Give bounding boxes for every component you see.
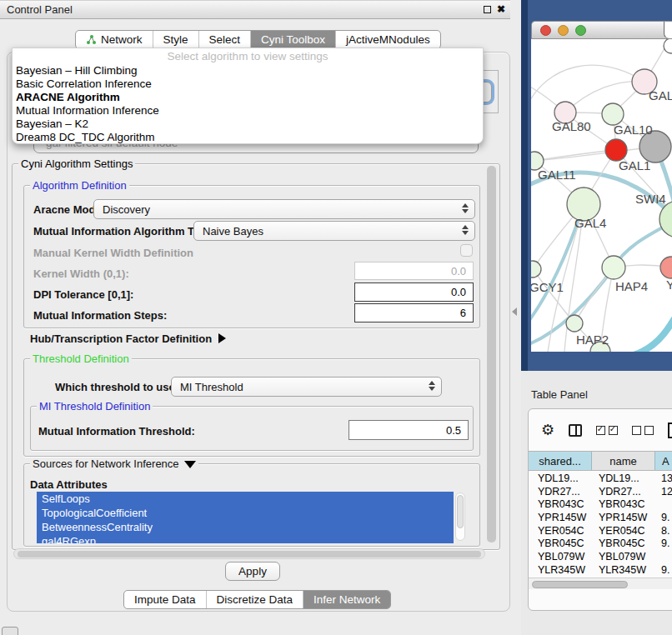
data-attribute-item[interactable]: SelfLoops <box>37 492 454 506</box>
which-threshold-combo[interactable]: MI Threshold <box>171 377 442 397</box>
mi-type-label: Mutual Information Algorithm Type: <box>33 225 216 238</box>
network-canvas[interactable]: GALGAL80GAL10GAL1GAL11GAL4SWI4GCY1HAP4YH… <box>531 39 672 352</box>
table-horizontal-scrollbar[interactable] <box>529 578 672 589</box>
tab-network[interactable]: Network <box>76 31 153 48</box>
close-icon[interactable]: ✖ <box>497 4 505 14</box>
table-cell: 8. <box>655 525 672 537</box>
tab-discretize-data[interactable]: Discretize Data <box>206 591 303 608</box>
hub-definition-label: Hub/Transcription Factor Definition <box>30 332 212 345</box>
table-row[interactable]: YER054CYER054C8. <box>529 524 672 538</box>
mi-threshold-value: 0.5 <box>446 424 461 437</box>
node-label: GAL11 <box>538 168 576 182</box>
select-all-checkboxes-icon[interactable] <box>596 426 618 435</box>
table-header-row: shared... name A <box>529 451 672 471</box>
tab-style[interactable]: Style <box>153 31 198 48</box>
table-cell: YER054C <box>529 525 592 537</box>
mi-threshold-group-title: MI Threshold Definition <box>37 400 153 412</box>
table-cell: 9. <box>655 538 672 549</box>
tab-cyni-toolbox[interactable]: Cyni Toolbox <box>250 31 335 48</box>
table-row[interactable]: YBR045CYBR045C9. <box>529 537 672 550</box>
algorithm-option[interactable]: Bayesian – K2 <box>13 118 483 131</box>
algorithm-option[interactable]: Bayesian – Hill Climbing <box>13 64 483 78</box>
apply-button-label: Apply <box>238 565 267 578</box>
tab-cyni-toolbox-label: Cyni Toolbox <box>261 33 325 46</box>
sources-group-title[interactable]: Sources for Network Inference <box>30 458 198 470</box>
dpi-tolerance-field[interactable]: 0.0 <box>354 282 474 302</box>
tab-impute-data-label: Impute Data <box>134 593 196 606</box>
node-label: GAL1 <box>619 158 650 172</box>
data-attribute-item[interactable]: BetweennessCentrality <box>37 520 454 534</box>
tab-infer-network[interactable]: Infer Network <box>303 591 390 608</box>
manual-kernel-checkbox[interactable] <box>460 244 473 257</box>
table-row[interactable]: YLR345WYLR345W9. <box>529 563 672 577</box>
gear-icon[interactable]: ⚙ <box>541 422 554 438</box>
column-header-partial[interactable]: A <box>655 452 672 470</box>
network-node-hap2[interactable] <box>566 315 583 332</box>
table-panel-title: Table Panel <box>531 388 588 401</box>
float-window-icon[interactable] <box>484 6 491 13</box>
algorithm-dropdown-placeholder: Select algorithm to view settings <box>13 48 483 64</box>
node-label: GAL10 <box>614 122 653 137</box>
column-header-name[interactable]: name <box>592 452 655 470</box>
apply-button[interactable]: Apply <box>225 562 280 581</box>
splitpane-handle-icon[interactable] <box>512 308 517 316</box>
algorithm-definition-title: Algorithm Definition <box>30 179 129 192</box>
kernel-width-label: Kernel Width (0,1): <box>33 268 129 280</box>
algorithm-option[interactable]: Basic Correlation Inference <box>13 78 483 91</box>
combo-arrows-icon <box>429 381 435 391</box>
attributes-scrollbar-track[interactable] <box>455 492 465 541</box>
document-icon[interactable] <box>668 422 672 438</box>
mi-steps-field[interactable]: 6 <box>354 303 474 322</box>
network-node-gcy1[interactable] <box>531 261 541 278</box>
algorithm-option[interactable]: Dream8 DC_TDC Algorithm <box>13 131 483 144</box>
table-row[interactable]: YDR27...YDR27...12 <box>529 485 672 498</box>
table-horizontal-thumb[interactable] <box>532 581 628 588</box>
expand-right-icon <box>218 333 226 343</box>
deselect-all-checkboxes-icon[interactable] <box>632 426 654 435</box>
table-body: YDL19...YDL19...13YDR27...YDR27...12YBR0… <box>529 472 672 580</box>
tab-jactivemnodules[interactable]: jActiveMNodules <box>335 31 440 48</box>
minimized-panel-icon[interactable] <box>2 627 18 635</box>
table-cell: YER054C <box>592 525 655 537</box>
table-row[interactable]: YDL19...YDL19...13 <box>529 472 672 485</box>
table-cell: YLR345W <box>529 564 592 576</box>
network-node-y[interactable] <box>660 257 672 278</box>
columns-icon[interactable] <box>569 424 582 437</box>
node-label: HAP2 <box>576 332 609 347</box>
minimize-traffic-light-icon[interactable] <box>558 25 569 36</box>
table-row[interactable]: YPR145WYPR145W9. <box>529 511 672 524</box>
aracne-mode-combo[interactable]: Discovery <box>93 199 475 219</box>
mi-threshold-field[interactable]: 0.5 <box>349 420 469 440</box>
node-label: GAL <box>649 88 672 102</box>
hub-definition-toggle[interactable]: Hub/Transcription Factor Definition <box>30 332 226 345</box>
settings-horizontal-thumb[interactable] <box>18 551 481 558</box>
network-node[interactable] <box>664 39 672 53</box>
network-window-titlebar[interactable] <box>531 21 672 39</box>
settings-vertical-scrollbar[interactable] <box>487 166 496 542</box>
table-row[interactable]: YBL079WYBL079W <box>529 550 672 563</box>
algorithm-option[interactable]: Mutual Information Inference <box>13 104 483 118</box>
data-attributes-label: Data Attributes <box>30 478 108 491</box>
kernel-width-field[interactable]: 0.0 <box>354 262 474 280</box>
network-node-hap4[interactable] <box>602 256 625 279</box>
close-traffic-light-icon[interactable] <box>540 25 551 36</box>
settings-horizontal-scrollbar[interactable] <box>13 548 485 559</box>
tab-style-label: Style <box>163 33 188 46</box>
zoom-traffic-light-icon[interactable] <box>575 25 586 36</box>
mi-type-combo[interactable]: Naive Bayes <box>193 221 475 241</box>
table-browser: ⚙ shared... name A YDL19...YDL19...13YDR… <box>528 408 672 611</box>
table-cell: 9. <box>655 512 672 523</box>
tab-impute-data[interactable]: Impute Data <box>124 591 206 608</box>
tab-select[interactable]: Select <box>198 31 251 48</box>
dpi-tolerance-value: 0.0 <box>451 286 466 298</box>
table-cell: YDL19... <box>529 472 592 484</box>
data-attribute-item[interactable]: gal4RGexp <box>37 534 454 543</box>
table-cell: YBL079W <box>592 551 655 562</box>
node-label: GCY1 <box>531 280 564 294</box>
algorithm-option[interactable]: ARACNE Algorithm <box>13 91 483 104</box>
table-row[interactable]: YBR043CYBR043C <box>529 498 672 511</box>
table-cell: YDR27... <box>592 486 655 498</box>
column-header-shared-name[interactable]: shared... <box>529 452 592 470</box>
attributes-scrollbar-thumb[interactable] <box>457 495 464 528</box>
data-attribute-item[interactable]: TopologicalCoefficient <box>37 506 454 520</box>
